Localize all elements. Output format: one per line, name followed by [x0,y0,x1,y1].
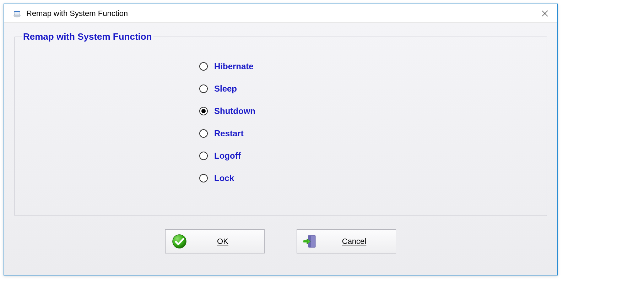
radio-label: Shutdown [214,106,255,116]
radio-icon [199,174,208,182]
radio-sleep[interactable]: Sleep [199,77,540,100]
radio-hibernate[interactable]: Hibernate [199,55,540,77]
radio-label: Restart [214,129,244,138]
radio-icon [199,107,208,115]
radio-shutdown[interactable]: Shutdown [199,100,540,122]
radio-label: Lock [214,173,234,183]
radio-label: Hibernate [214,61,254,71]
radio-lock[interactable]: Lock [199,167,540,189]
radio-icon [199,129,208,138]
button-bar: OK Cancel [14,229,547,253]
exit-icon [303,234,318,249]
ok-button[interactable]: OK [165,229,265,253]
svg-rect-2 [14,11,20,12]
radio-icon [199,152,208,160]
check-icon [172,234,187,249]
close-button[interactable] [536,6,553,21]
radio-restart[interactable]: Restart [199,122,540,144]
radio-icon [199,62,208,71]
group-legend: Remap with System Function [22,31,153,42]
cancel-button[interactable]: Cancel [297,229,396,253]
app-icon [13,9,21,18]
radio-label: Logoff [214,151,241,161]
svg-point-5 [173,235,186,248]
radio-icon [199,84,208,93]
titlebar: Remap with System Function [4,4,557,23]
dialog-body: Remap with System Function Hibernate Sle… [4,23,557,275]
dialog-window: Remap with System Function Remap with Sy… [4,4,558,275]
window-title: Remap with System Function [26,9,536,18]
ok-button-label: OK [188,237,258,246]
cancel-button-label: Cancel [319,237,389,246]
close-icon [542,10,548,17]
radio-label: Sleep [214,84,237,94]
radio-logoff[interactable]: Logoff [199,144,540,167]
radio-options: Hibernate Sleep Shutdown Restart Logoff [199,55,540,189]
system-function-group: Remap with System Function Hibernate Sle… [14,31,547,216]
